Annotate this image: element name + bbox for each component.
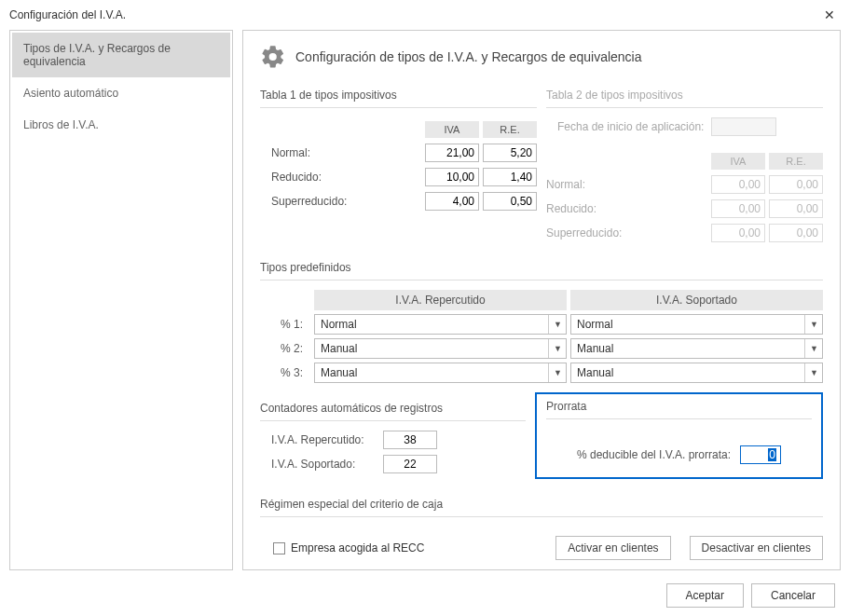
table2-super-re-input	[769, 224, 823, 242]
table2-date-label: Fecha de inicio de aplicación:	[557, 120, 704, 133]
table2-normal-iva-input	[711, 175, 765, 194]
chevron-down-icon: ▼	[548, 315, 562, 334]
counter-sop-label: I.V.A. Soportado:	[271, 458, 383, 471]
table1-super-label: Superreducido:	[271, 195, 421, 208]
table2-date-input	[711, 117, 776, 136]
activate-clients-button[interactable]: Activar en clientes	[555, 536, 670, 560]
table2-reducido-label: Reducido:	[546, 202, 707, 215]
recc-checkbox[interactable]	[273, 542, 285, 554]
predef-title: Tipos predefinidos	[260, 255, 823, 281]
predef-row3-label: % 3:	[260, 366, 310, 379]
table1-normal-iva-input[interactable]	[425, 144, 479, 162]
sidebar-item-asiento[interactable]: Asiento automático	[12, 77, 230, 109]
table1-reducido-label: Reducido:	[271, 171, 421, 184]
table1-super-re-input[interactable]	[483, 192, 537, 211]
chevron-down-icon: ▼	[804, 339, 818, 358]
counter-rep-input[interactable]	[383, 431, 437, 449]
counter-rep-label: I.V.A. Repercutido:	[271, 433, 383, 446]
deactivate-clients-button[interactable]: Desactivar en clientes	[690, 536, 823, 560]
table2-super-label: Superreducido:	[546, 226, 707, 240]
table1-super-iva-input[interactable]	[425, 192, 479, 211]
recc-title: Régimen especial del criterio de caja	[260, 492, 823, 517]
predef-hdr-repercutido: I.V.A. Repercutido	[314, 290, 567, 310]
sidebar-item-tipos-iva[interactable]: Tipos de I.V.A. y Recargos de equivalenc…	[12, 33, 230, 77]
predef-row2-label: % 2:	[260, 342, 310, 355]
sidebar: Tipos de I.V.A. y Recargos de equivalenc…	[9, 30, 233, 570]
table2-hdr-re: R.E.	[769, 153, 823, 170]
cancel-button[interactable]: Cancelar	[751, 583, 835, 608]
content-panel: Configuración de tipos de I.V.A. y Recar…	[242, 30, 841, 570]
window-title: Configuración del I.V.A.	[9, 8, 126, 21]
predef-row1-sop-select[interactable]: Normal▼	[570, 314, 823, 335]
table2-normal-label: Normal:	[546, 178, 707, 191]
table2-normal-re-input	[769, 175, 823, 194]
chevron-down-icon: ▼	[548, 363, 562, 382]
counters-title: Contadores automáticos de registros	[260, 396, 526, 421]
predef-hdr-soportado: I.V.A. Soportado	[570, 290, 823, 310]
table1-hdr-iva: IVA	[425, 121, 479, 138]
table2-reducido-iva-input	[711, 199, 765, 218]
prorrata-title: Prorrata	[546, 394, 812, 419]
chevron-down-icon: ▼	[804, 315, 818, 334]
chevron-down-icon: ▼	[548, 339, 562, 358]
predef-row1-label: % 1:	[260, 318, 310, 331]
table1-reducido-re-input[interactable]	[483, 168, 537, 186]
counter-sop-input[interactable]	[383, 455, 437, 473]
sidebar-item-libros[interactable]: Libros de I.V.A.	[12, 109, 230, 141]
table1-normal-re-input[interactable]	[483, 144, 537, 162]
table1-normal-label: Normal:	[271, 146, 421, 159]
prorrata-label: % deducible del I.V.A. prorrata:	[577, 448, 731, 461]
table1-title: Tabla 1 de tipos impositivos	[260, 83, 537, 108]
gear-icon	[260, 44, 286, 70]
table2-hdr-iva: IVA	[711, 153, 765, 170]
table2-title: Tabla 2 de tipos impositivos	[546, 83, 823, 108]
table1-reducido-iva-input[interactable]	[425, 168, 479, 186]
chevron-down-icon: ▼	[804, 363, 818, 382]
accept-button[interactable]: Aceptar	[666, 583, 744, 608]
prorrata-input[interactable]: 0	[740, 445, 781, 464]
table2-super-iva-input	[711, 224, 765, 242]
table1-hdr-re: R.E.	[483, 121, 537, 138]
recc-checkbox-label: Empresa acogida al RECC	[291, 541, 424, 554]
predef-row1-rep-select[interactable]: Normal▼	[314, 314, 567, 335]
predef-row3-rep-select[interactable]: Manual▼	[314, 363, 567, 383]
page-title: Configuración de tipos de I.V.A. y Recar…	[295, 49, 642, 64]
predef-row3-sop-select[interactable]: Manual▼	[570, 363, 823, 383]
predef-row2-rep-select[interactable]: Manual▼	[314, 338, 567, 359]
table2-reducido-re-input	[769, 199, 823, 218]
predef-row2-sop-select[interactable]: Manual▼	[570, 338, 823, 359]
close-button[interactable]: ✕	[818, 6, 841, 24]
